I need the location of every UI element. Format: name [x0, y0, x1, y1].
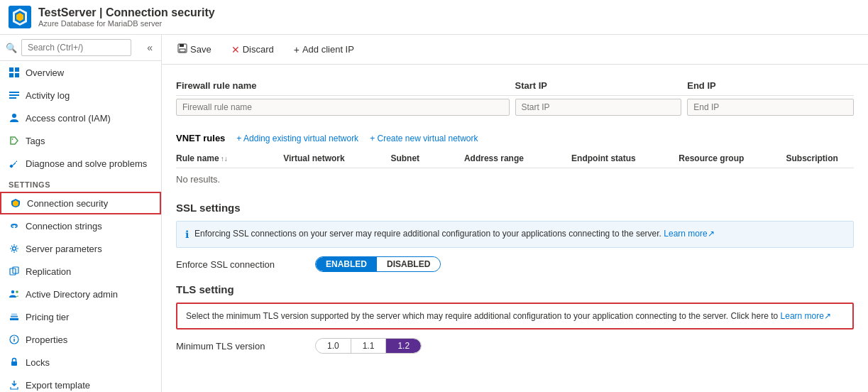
sidebar-item-activity-log[interactable]: Activity log: [0, 84, 161, 107]
tls-info-box: Select the minimum TLS version supported…: [176, 303, 854, 330]
ssl-enabled-option[interactable]: ENABLED: [316, 257, 377, 271]
discard-icon: ✕: [231, 44, 240, 55]
sidebar-item-label: Overview: [26, 67, 64, 78]
discard-button[interactable]: ✕ Discard: [227, 41, 278, 58]
ssl-section-title: SSL settings: [176, 202, 854, 214]
vnet-col-endpoint-status-label: Endpoint status: [571, 153, 636, 163]
vnet-col-subnet-label: Subnet: [390, 153, 419, 163]
sidebar-item-label: Properties: [26, 334, 67, 345]
add-client-ip-label: Add client IP: [302, 44, 354, 55]
app-icon: [9, 6, 31, 28]
create-new-vnet-button[interactable]: + Create new virtual network: [370, 134, 478, 143]
vnet-col-virtual-network-label: Virtual network: [283, 153, 344, 163]
lock-icon: [9, 356, 20, 368]
svg-rect-2: [15, 67, 19, 72]
sidebar-item-label: Access control (IAM): [26, 113, 111, 124]
vnet-col-address-range-label: Address range: [464, 153, 524, 163]
shield-icon: [10, 197, 21, 209]
sidebar: 🔍 « Overview Activity log: [0, 35, 162, 392]
svg-rect-10: [9, 164, 13, 168]
save-button[interactable]: Save: [173, 40, 216, 58]
search-input[interactable]: [21, 39, 131, 56]
tls-version-row: Minimum TLS version 1.0 1.1 1.2: [176, 338, 854, 354]
collapse-button[interactable]: «: [144, 40, 155, 55]
vnet-col-endpoint-status: Endpoint status: [571, 153, 673, 163]
svg-rect-18: [11, 314, 17, 315]
content-area: Save ✕ Discard + Add client IP Firewall …: [162, 35, 868, 392]
tls-info-text: Select the minimum TLS version supported…: [186, 311, 778, 321]
add-existing-vnet-button[interactable]: + Adding existing virtual network: [236, 134, 358, 143]
svg-rect-24: [180, 44, 184, 47]
ssl-enforce-row: Enforce SSL connection ENABLED DISABLED: [176, 256, 854, 272]
svg-rect-25: [180, 49, 185, 52]
vnet-col-virtual-network: Virtual network: [283, 153, 385, 163]
vnet-col-rule-name: Rule name ↑↓: [176, 153, 278, 163]
list-icon: [9, 89, 20, 101]
sidebar-item-label: Locks: [26, 357, 50, 368]
discard-label: Discard: [243, 44, 274, 55]
search-icon: 🔍: [6, 43, 17, 53]
sidebar-item-active-directory[interactable]: Active Directory admin: [0, 283, 161, 305]
sidebar-item-overview[interactable]: Overview: [0, 61, 161, 84]
svg-point-14: [11, 290, 14, 293]
vnet-section: VNET rules + Adding existing virtual net…: [176, 133, 854, 190]
page-subtitle: Azure Database for MariaDB server: [38, 19, 215, 28]
sidebar-item-properties[interactable]: Properties: [0, 328, 161, 351]
export-icon: [9, 379, 20, 391]
sidebar-item-pricing-tier[interactable]: Pricing tier: [0, 305, 161, 328]
sidebar-item-connection-strings[interactable]: Connection strings: [0, 214, 161, 237]
vnet-col-resource-group-label: Resource group: [679, 153, 744, 163]
sidebar-item-connection-security[interactable]: Connection security: [0, 192, 161, 214]
firewall-table-section: Firewall rule name Start IP End IP: [176, 76, 854, 119]
ssl-disabled-option[interactable]: DISABLED: [377, 257, 440, 271]
ssl-info-text: Enforcing SSL connections on your server…: [194, 229, 715, 239]
add-icon: +: [294, 44, 300, 55]
save-label: Save: [190, 44, 211, 55]
settings-section-label: Settings: [0, 175, 161, 192]
svg-point-21: [13, 337, 15, 338]
enforce-ssl-label: Enforce SSL connection: [176, 259, 304, 270]
vnet-no-results: No results.: [176, 168, 854, 190]
add-client-ip-button[interactable]: + Add client IP: [290, 41, 358, 58]
sidebar-item-tags[interactable]: Tags: [0, 129, 161, 152]
svg-rect-6: [9, 94, 19, 96]
ssl-learn-more-link[interactable]: Learn more↗: [664, 229, 714, 239]
firewall-table-header: Firewall rule name Start IP End IP: [176, 76, 854, 96]
sidebar-item-diagnose[interactable]: Diagnose and solve problems: [0, 152, 161, 175]
info-circle-icon: ℹ: [185, 229, 189, 240]
tls-minimum-label: Minimum TLS version: [176, 341, 304, 352]
svg-rect-5: [9, 92, 19, 93]
content-body: Firewall rule name Start IP End IP VNET …: [162, 65, 868, 392]
vnet-table-header: Rule name ↑↓ Virtual network Subnet Addr…: [176, 149, 854, 168]
vnet-col-subnet: Subnet: [390, 153, 458, 163]
tls-version-1-0[interactable]: 1.0: [316, 339, 351, 353]
tls-version-1-1[interactable]: 1.1: [351, 339, 387, 353]
ssl-toggle-group: ENABLED DISABLED: [315, 256, 441, 272]
firewall-table-input-row: [176, 96, 854, 119]
tls-version-group: 1.0 1.1 1.2: [315, 338, 422, 354]
sidebar-item-access-control[interactable]: Access control (IAM): [0, 107, 161, 129]
info-icon: [9, 334, 20, 345]
svg-point-8: [12, 114, 16, 118]
tls-version-1-2[interactable]: 1.2: [386, 339, 421, 353]
person-group-icon: [9, 288, 20, 300]
sidebar-item-label: Activity log: [26, 90, 70, 101]
svg-rect-17: [11, 316, 18, 318]
sidebar-item-label: Connection security: [27, 198, 108, 209]
end-ip-input[interactable]: [687, 99, 854, 116]
tls-learn-more-link[interactable]: Learn more↗: [781, 311, 831, 321]
tls-section: TLS setting Select the minimum TLS versi…: [176, 283, 854, 354]
sort-icon: ↑↓: [221, 155, 228, 163]
sidebar-nav: Overview Activity log Access control (IA…: [0, 61, 161, 392]
firewall-rule-name-input[interactable]: [176, 99, 510, 116]
sidebar-item-server-parameters[interactable]: Server parameters: [0, 237, 161, 260]
sidebar-item-locks[interactable]: Locks: [0, 351, 161, 374]
vnet-col-resource-group: Resource group: [679, 153, 780, 163]
sidebar-item-label: Pricing tier: [26, 312, 69, 322]
sidebar-item-replication[interactable]: Replication: [0, 260, 161, 283]
start-ip-input[interactable]: [515, 99, 682, 116]
ssl-section: SSL settings ℹ Enforcing SSL connections…: [176, 202, 854, 272]
sidebar-item-export-template[interactable]: Export template: [0, 374, 161, 392]
svg-rect-4: [15, 73, 19, 77]
svg-rect-22: [11, 361, 17, 366]
